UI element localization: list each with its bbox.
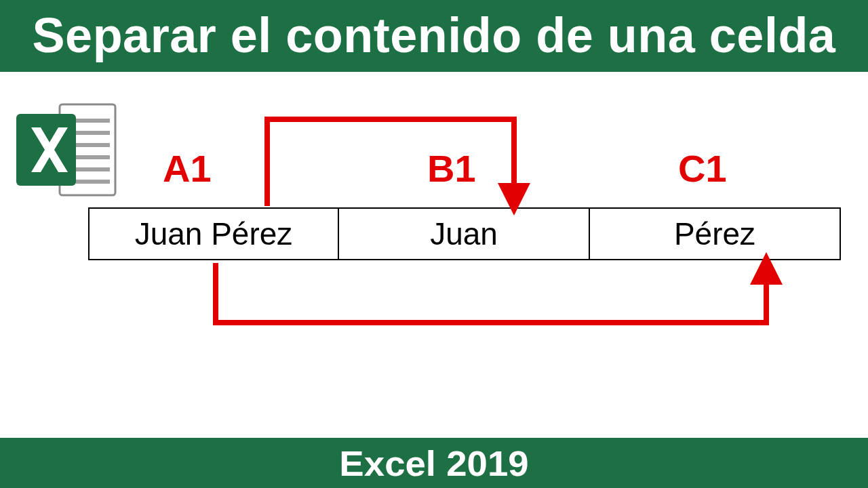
label-c1: C1 xyxy=(678,146,727,190)
footer-bar: Excel 2019 xyxy=(0,438,868,488)
content-area: A1 B1 C1 Juan Pérez Juan Pérez xyxy=(0,72,868,384)
cell-a1: Juan Pérez xyxy=(88,207,339,260)
footer-text: Excel 2019 xyxy=(339,443,528,484)
cell-b1: Juan xyxy=(339,207,590,260)
cell-c1-value: Pérez xyxy=(674,216,755,252)
cell-c1: Pérez xyxy=(590,207,841,260)
label-b1: B1 xyxy=(427,146,476,190)
cells-row: Juan Pérez Juan Pérez xyxy=(88,207,841,260)
title-bar: Separar el contenido de una celda xyxy=(0,0,868,72)
arrow-a1-to-c1 xyxy=(216,263,766,323)
cell-b1-value: Juan xyxy=(430,216,498,252)
title-text: Separar el contenido de una celda xyxy=(33,8,836,62)
cell-a1-value: Juan Pérez xyxy=(135,216,293,252)
excel-icon xyxy=(12,99,121,201)
arrow-a1-to-b1 xyxy=(267,119,514,206)
label-a1: A1 xyxy=(163,146,212,190)
